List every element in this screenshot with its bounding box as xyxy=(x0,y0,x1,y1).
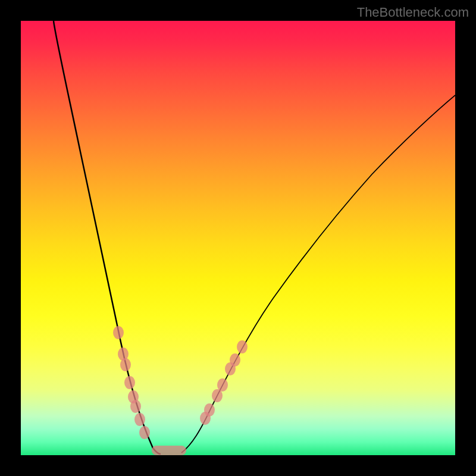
marker-pill xyxy=(152,446,186,455)
marker-dot xyxy=(130,400,141,413)
marker-dot xyxy=(120,358,131,371)
marker-dot xyxy=(134,413,145,426)
right-curve xyxy=(181,95,455,453)
curve-overlay xyxy=(21,21,455,455)
marker-dot xyxy=(139,426,150,439)
marker-dot xyxy=(204,403,215,416)
marker-dot xyxy=(217,378,228,392)
marker-dot xyxy=(113,326,124,339)
marker-dot xyxy=(230,353,240,367)
watermark: TheBottleneck.com xyxy=(357,5,469,20)
marker-dot xyxy=(237,340,248,353)
chart-container xyxy=(21,21,455,455)
marker-dot xyxy=(124,376,135,389)
left-curve xyxy=(54,21,161,454)
